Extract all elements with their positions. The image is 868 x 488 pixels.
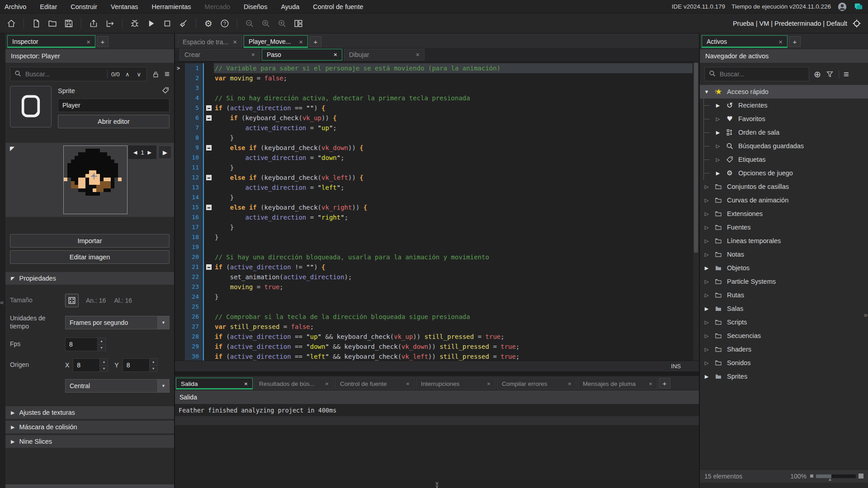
code-text[interactable]: active_direction = "down"; [214,153,693,163]
expand-icon[interactable]: ▷ [703,292,710,298]
editor-margin[interactable] [175,332,185,342]
code-text[interactable]: // Comprobar si la tecla de la dirección… [214,312,693,322]
menu-mercado[interactable]: Mercado [205,3,230,10]
editor-margin[interactable] [175,93,185,103]
collapse-right-panel-handle[interactable]: » [864,311,868,319]
account-avatar-icon[interactable] [837,2,847,12]
editor-margin[interactable] [175,272,185,282]
tree-item-sonidos[interactable]: ▷Sonidos [700,356,868,370]
code-line-5[interactable]: 5if (active_direction == "") { [175,103,693,113]
menu-dise-os[interactable]: Diseños [244,3,267,10]
code-line-30[interactable]: 30if (active_direction == "left" && keyb… [175,352,693,361]
fold-margin[interactable] [204,212,214,222]
expand-icon[interactable]: ▷ [703,279,710,285]
fold-margin[interactable] [204,173,214,183]
code-line-29[interactable]: 29if (active_direction == "down" && keyb… [175,342,693,352]
tree-item-b-squedas-guardadas[interactable]: ▷Búsquedas guardadas [700,139,868,153]
inspector-search-box[interactable]: Buscar... 0/0 ∧ ∨ [10,67,147,81]
expand-icon[interactable]: ▷ [703,319,710,325]
assets-menu-icon[interactable]: ≡ [844,69,849,80]
editor-margin[interactable]: > [175,63,185,73]
tab-event-draw[interactable]: Dibujar × [344,49,425,61]
code-lines[interactable]: >1// Variable para saber si el personaje… [175,62,693,361]
code-line-3[interactable]: 3 [175,83,693,93]
menu-ayuda[interactable]: Ayuda [281,3,299,10]
editor-margin[interactable] [175,262,185,272]
tree-item-orden-de-sala[interactable]: ▶Orden de sala [700,126,868,139]
add-tab-button[interactable]: + [97,36,108,47]
lock-icon[interactable] [151,70,160,79]
code-text[interactable]: else if (keyboard_check(vk_down)) { [214,143,693,153]
resize-icon-button[interactable] [65,294,79,307]
code-line-17[interactable]: 17 } [175,222,693,232]
editor-margin[interactable] [175,352,185,361]
output-tab-interrupciones[interactable]: Interrupciones× [416,378,495,389]
code-text[interactable]: else if (keyboard_check(vk_left)) { [214,173,693,183]
section-header-ajustes-de-texturas[interactable]: ▶Ajustes de texturas [5,406,174,419]
spinner-arrows[interactable]: ▲▼ [149,359,157,371]
code-text[interactable] [214,83,693,93]
close-icon[interactable]: × [568,380,571,387]
fold-margin[interactable] [204,133,214,143]
sprite-preview-canvas[interactable] [63,145,127,214]
close-icon[interactable]: × [251,51,255,58]
expand-icon[interactable]: ▷ [703,252,710,258]
code-line-19[interactable]: 19 [175,242,693,252]
code-text[interactable]: moving = true; [214,282,693,292]
search-next-icon[interactable]: ∨ [135,71,143,78]
code-text[interactable]: } [214,232,693,242]
fold-margin[interactable] [204,282,214,292]
close-icon[interactable]: × [649,380,652,387]
tree-item-objetos[interactable]: ▶Objetos [700,261,868,275]
section-header-nine-slices[interactable]: ▶Nine Slices [5,435,174,448]
fold-margin[interactable] [204,242,214,252]
fold-margin[interactable] [204,272,214,282]
tab-player-move[interactable]: Player_Move... × [244,35,308,48]
code-line-26[interactable]: 26// Comprobar si la tecla de la direcci… [175,312,693,322]
editor-margin[interactable] [175,202,185,212]
open-editor-button[interactable]: Abrir editor [58,115,170,128]
code-text[interactable]: set_animation(active_direction); [214,272,693,282]
debug-button[interactable] [127,16,142,31]
menu-archivo[interactable]: Archivo [5,3,26,10]
stop-button[interactable] [160,16,175,31]
code-line-10[interactable]: 10 active_direction = "down"; [175,153,693,163]
code-text[interactable]: } [214,133,693,143]
tree-item-curvas-de-animaci-n[interactable]: ▷Curvas de animación [700,193,868,207]
expand-icon[interactable]: ▷ [703,211,710,217]
close-icon[interactable]: × [86,38,90,46]
origin-x-stepper[interactable]: 8 ▲▼ [73,358,108,372]
code-text[interactable]: if (active_direction == "up" && keyboard… [214,332,693,342]
close-icon[interactable]: × [416,51,420,58]
tree-item-sprites[interactable]: ▶Sprites [700,370,868,383]
fold-margin[interactable] [204,192,214,202]
code-text[interactable]: } [214,192,693,202]
code-text[interactable]: if (active_direction == "down" && keyboa… [214,342,693,352]
import-button[interactable]: Importar [10,234,170,248]
output-tab-compilar-errores[interactable]: Compilar errores× [497,378,576,389]
code-text[interactable]: if (keyboard_check(vk_up)) { [214,113,693,123]
editor-margin[interactable] [175,103,185,113]
code-text[interactable] [214,242,693,252]
fold-margin[interactable] [204,153,214,163]
tree-item-rutas[interactable]: ▷Rutas [700,288,868,302]
code-line-4[interactable]: 4// Si no hay dirección activa, detectar… [175,93,693,103]
fold-margin[interactable] [204,83,214,93]
code-text[interactable]: if (active_direction == "") { [214,103,693,113]
fold-collapse-icon[interactable] [206,115,212,121]
add-tab-button[interactable]: + [789,36,801,47]
close-icon[interactable]: × [487,380,491,387]
target-manager-icon[interactable] [852,19,862,28]
code-text[interactable]: } [214,163,693,173]
expand-icon[interactable]: ▷ [703,197,710,203]
home-button[interactable] [4,16,19,31]
expand-icon[interactable]: ▷ [715,116,721,122]
tree-item-l-neas-temporales[interactable]: ▷Líneas temporales [700,234,868,248]
expand-icon[interactable]: ▶ [703,265,710,271]
edit-image-button[interactable]: Editar imagen [10,250,170,264]
fold-collapse-icon[interactable] [206,145,212,150]
add-search-icon[interactable]: ⊕ [814,69,821,80]
feedback-chat-icon[interactable] [854,2,863,12]
output-tab-control-de-fuente[interactable]: Control de fuente× [335,378,415,389]
settings-gear-button[interactable]: ⚙ [201,16,216,31]
